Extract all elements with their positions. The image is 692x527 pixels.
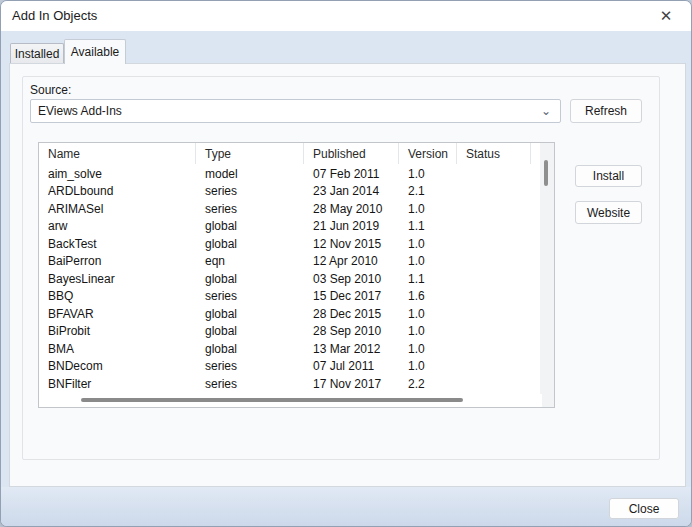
column-header[interactable]: Published: [304, 143, 399, 164]
vertical-scrollbar[interactable]: [540, 143, 554, 407]
table-cell: 17 Nov 2017: [304, 377, 399, 391]
table-cell: 1.0: [399, 254, 457, 268]
tab-installed[interactable]: Installed: [10, 43, 64, 63]
available-tab-page: Source: EViews Add-Ins ⌄ Refresh NameTyp…: [9, 63, 686, 487]
source-dropdown[interactable]: EViews Add-Ins ⌄: [30, 99, 561, 123]
table-row[interactable]: BMAglobal13 Mar 20121.0: [39, 340, 531, 358]
dialog-footer: Close: [1, 487, 691, 527]
table-cell: global: [196, 324, 304, 338]
column-header[interactable]: Type: [196, 143, 304, 164]
table-row[interactable]: BiProbitglobal28 Sep 20101.0: [39, 323, 531, 341]
table-cell: 1.0: [399, 324, 457, 338]
table-header: NameTypePublishedVersionStatus: [39, 143, 531, 164]
tab-available[interactable]: Available: [64, 39, 126, 64]
source-dropdown-value: EViews Add-Ins: [38, 104, 122, 118]
table-cell: series: [196, 377, 304, 391]
table-cell: BayesLinear: [39, 272, 196, 286]
table-cell: model: [196, 167, 304, 181]
website-button[interactable]: Website: [575, 201, 642, 224]
table-cell: 1.6: [399, 289, 457, 303]
table-cell: BMA: [39, 342, 196, 356]
table-cell: 07 Feb 2011: [304, 167, 399, 181]
table-cell: eqn: [196, 254, 304, 268]
table-cell: 13 Mar 2012: [304, 342, 399, 356]
table-row[interactable]: BNFilterseries17 Nov 20172.2: [39, 375, 531, 393]
table-row[interactable]: ARIMASelseries28 May 20101.0: [39, 200, 531, 218]
table-cell: BaiPerron: [39, 254, 196, 268]
addins-listview: NameTypePublishedVersionStatus aim_solve…: [38, 142, 555, 408]
table-cell: 1.0: [399, 307, 457, 321]
titlebar: Add In Objects ✕: [1, 1, 691, 31]
table-cell: ARDLbound: [39, 184, 196, 198]
install-button[interactable]: Install: [575, 165, 642, 187]
table-row[interactable]: BayesLinearglobal03 Sep 20101.1: [39, 270, 531, 288]
table-cell: global: [196, 237, 304, 251]
table-cell: 1.1: [399, 219, 457, 233]
table-row[interactable]: BackTestglobal12 Nov 20151.0: [39, 235, 531, 253]
table-cell: BNFilter: [39, 377, 196, 391]
table-cell: BNDecom: [39, 359, 196, 373]
table-body: aim_solvemodel07 Feb 20111.0ARDLboundser…: [39, 165, 531, 393]
table-cell: 07 Jul 2011: [304, 359, 399, 373]
table-cell: global: [196, 219, 304, 233]
table-cell: 03 Sep 2010: [304, 272, 399, 286]
table-row[interactable]: ARDLboundseries23 Jan 20142.1: [39, 183, 531, 201]
column-header[interactable]: Status: [457, 143, 531, 164]
table-cell: BackTest: [39, 237, 196, 251]
table-cell: 2.1: [399, 184, 457, 198]
table-cell: series: [196, 202, 304, 216]
table-cell: global: [196, 272, 304, 286]
column-header[interactable]: Version: [399, 143, 457, 164]
close-icon[interactable]: ✕: [649, 1, 683, 31]
horizontal-scrollbar[interactable]: [39, 394, 542, 407]
table-cell: 1.0: [399, 342, 457, 356]
table-row[interactable]: BaiPerroneqn12 Apr 20101.0: [39, 253, 531, 271]
window-title: Add In Objects: [12, 1, 97, 31]
chevron-down-icon[interactable]: ⌄: [539, 102, 553, 120]
table-cell: 28 Sep 2010: [304, 324, 399, 338]
table-cell: 2.2: [399, 377, 457, 391]
table-row[interactable]: aim_solvemodel07 Feb 20111.0: [39, 165, 531, 183]
table-cell: 28 May 2010: [304, 202, 399, 216]
table-row[interactable]: BNDecomseries07 Jul 20111.0: [39, 358, 531, 376]
table-cell: 1.0: [399, 167, 457, 181]
table-cell: aim_solve: [39, 167, 196, 181]
table-cell: ARIMASel: [39, 202, 196, 216]
table-cell: global: [196, 342, 304, 356]
vertical-scrollbar-thumb[interactable]: [544, 160, 548, 186]
table-cell: BiProbit: [39, 324, 196, 338]
table-cell: 1.0: [399, 202, 457, 216]
table-cell: 1.0: [399, 359, 457, 373]
table-cell: 28 Dec 2015: [304, 307, 399, 321]
table-cell: series: [196, 289, 304, 303]
source-label: Source:: [30, 83, 71, 97]
table-cell: 12 Nov 2015: [304, 237, 399, 251]
horizontal-scrollbar-thumb[interactable]: [81, 398, 463, 402]
table-cell: 1.0: [399, 237, 457, 251]
refresh-button[interactable]: Refresh: [570, 99, 642, 123]
table-cell: global: [196, 307, 304, 321]
table-cell: series: [196, 184, 304, 198]
table-cell: 15 Dec 2017: [304, 289, 399, 303]
table-cell: 12 Apr 2010: [304, 254, 399, 268]
table-cell: 1.1: [399, 272, 457, 286]
table-cell: series: [196, 359, 304, 373]
table-cell: 23 Jan 2014: [304, 184, 399, 198]
table-cell: 21 Jun 2019: [304, 219, 399, 233]
close-button[interactable]: Close: [609, 498, 679, 519]
table-row[interactable]: BBQseries15 Dec 20171.6: [39, 288, 531, 306]
add-in-objects-dialog: Add In Objects ✕ Installed Available Sou…: [0, 0, 692, 527]
table-cell: BBQ: [39, 289, 196, 303]
table-row[interactable]: BFAVARglobal28 Dec 20151.0: [39, 305, 531, 323]
table-cell: BFAVAR: [39, 307, 196, 321]
column-header[interactable]: Name: [39, 143, 196, 164]
table-cell: arw: [39, 219, 196, 233]
table-row[interactable]: arwglobal21 Jun 20191.1: [39, 218, 531, 236]
